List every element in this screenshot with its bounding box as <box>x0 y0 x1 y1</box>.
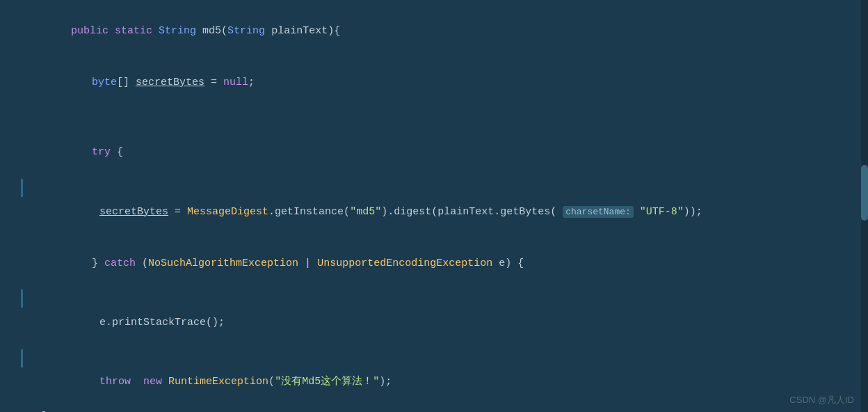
watermark: CSDN @凡人ID <box>789 394 854 406</box>
str-nomD5: "没有Md5这个算法！" <box>275 376 379 388</box>
kw-throw: throw <box>99 376 131 388</box>
kw-public: public <box>71 25 108 37</box>
line-byte-decl: byte[] secretBytes = null; <box>14 57 868 109</box>
scrollbar-thumb[interactable] <box>861 165 868 221</box>
var-secretbytes-1: secretBytes <box>136 77 204 88</box>
str-utf8: "UTF-8" <box>640 206 684 218</box>
type-byte: byte <box>92 77 117 88</box>
line-close-catch: } <box>14 409 868 412</box>
vbar-1 <box>21 179 23 197</box>
line-print: e.printStackTrace(); <box>14 290 868 349</box>
code-block: public static String md5(String plainTex… <box>0 0 868 412</box>
code-container: public static String md5(String plainTex… <box>0 0 868 412</box>
kw-static: static <box>115 25 152 37</box>
kw-null: null <box>223 77 248 88</box>
str-md5: "md5" <box>350 206 381 218</box>
class-messagedigest: MessageDigest <box>187 206 268 218</box>
kw-catch: catch <box>104 258 136 269</box>
class-runtimeexception: RuntimeException <box>168 376 268 388</box>
line-throw: throw new RuntimeException("没有Md5这个算法！")… <box>14 349 868 409</box>
type-string2: String <box>227 25 265 37</box>
line-method-sig: public static String md5(String plainTex… <box>14 6 868 57</box>
var-secretbytes-2: secretBytes <box>99 206 168 218</box>
vbar-2 <box>21 290 23 308</box>
line-catch: } catch (NoSuchAlgorithmException | Unsu… <box>14 238 868 290</box>
line-empty-1 <box>14 109 868 127</box>
line-secret-assign: secretBytes = MessageDigest.getInstance(… <box>14 179 868 238</box>
class-unsupported: UnsupportedEncodingException <box>317 258 492 269</box>
kw-try: try <box>92 146 111 158</box>
type-string: String <box>159 25 196 37</box>
line-try: try { <box>14 127 868 179</box>
kw-new-1: new <box>143 376 162 388</box>
param-charsetname: charsetName: <box>563 206 634 218</box>
vbar-3 <box>21 349 23 367</box>
scrollbar[interactable] <box>861 0 868 412</box>
class-nosuchalg: NoSuchAlgorithmException <box>148 258 298 269</box>
